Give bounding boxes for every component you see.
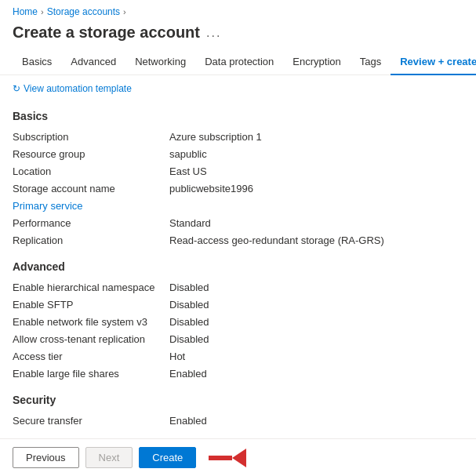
arrow-body [209, 456, 232, 460]
field-subscription: Subscription Azure subscription 1 [13, 129, 463, 146]
field-nfs: Enable network file system v3 Disabled [13, 314, 463, 331]
label-secure-transfer: Secure transfer [13, 415, 169, 427]
field-performance: Performance Standard [13, 215, 463, 232]
value-sftp: Disabled [169, 299, 463, 311]
tab-networking[interactable]: Networking [125, 49, 195, 75]
field-location: Location East US [13, 163, 463, 180]
value-resource-group: sapublic [169, 148, 463, 160]
field-secure-transfer: Secure transfer Enabled [13, 412, 463, 430]
section-security-title: Security [13, 394, 463, 406]
field-large-file-shares: Enable large file shares Enabled [13, 365, 463, 383]
tab-bar: Basics Advanced Networking Data protecti… [0, 49, 476, 75]
label-resource-group: Resource group [13, 148, 169, 160]
arrow-indicator [209, 449, 246, 467]
label-location: Location [13, 165, 169, 177]
label-sftp: Enable SFTP [13, 299, 169, 311]
label-primary-service[interactable]: Primary service [13, 200, 169, 212]
label-performance: Performance [13, 217, 169, 229]
field-cross-tenant: Allow cross-tenant replication Disabled [13, 331, 463, 348]
more-options-button[interactable]: ... [206, 26, 221, 40]
value-large-file-shares: Enabled [169, 368, 463, 380]
automation-link[interactable]: ↻ View automation template [0, 75, 476, 99]
field-sftp: Enable SFTP Disabled [13, 296, 463, 314]
section-basics-title: Basics [13, 110, 463, 122]
refresh-icon: ↻ [13, 83, 20, 94]
page-header: Create a storage account ... [0, 20, 476, 49]
value-replication: Read-access geo-redundant storage (RA-GR… [169, 234, 463, 246]
field-primary-service: Primary service [13, 198, 463, 215]
value-location: East US [169, 165, 463, 177]
section-advanced-title: Advanced [13, 260, 463, 273]
value-subscription: Azure subscription 1 [169, 131, 463, 143]
breadcrumb-storage-accounts[interactable]: Storage accounts [47, 6, 120, 17]
tab-basics[interactable]: Basics [13, 49, 61, 75]
label-hierarchical-namespace: Enable hierarchical namespace [13, 282, 169, 293]
value-hierarchical-namespace: Disabled [169, 282, 463, 293]
label-nfs: Enable network file system v3 [13, 316, 169, 328]
breadcrumb-home[interactable]: Home [13, 6, 38, 17]
value-access-tier: Hot [169, 351, 463, 362]
label-replication: Replication [13, 234, 169, 246]
tab-encryption[interactable]: Encryption [283, 49, 350, 75]
field-hierarchical-namespace: Enable hierarchical namespace Disabled [13, 279, 463, 296]
create-button[interactable]: Create [139, 447, 196, 468]
next-button[interactable]: Next [85, 447, 133, 468]
label-cross-tenant: Allow cross-tenant replication [13, 333, 169, 345]
value-account-name: publicwebsite1996 [169, 183, 463, 194]
page-title: Create a storage account [13, 24, 200, 42]
field-account-name: Storage account name publicwebsite1996 [13, 180, 463, 198]
label-subscription: Subscription [13, 131, 169, 143]
field-replication: Replication Read-access geo-redundant st… [13, 232, 463, 249]
tab-review-create[interactable]: Review + create [391, 49, 476, 75]
review-content: Basics Subscription Azure subscription 1… [0, 99, 476, 476]
label-access-tier: Access tier [13, 351, 169, 362]
field-resource-group: Resource group sapublic [13, 146, 463, 163]
arrow-head [232, 449, 246, 467]
value-performance: Standard [169, 217, 463, 229]
tab-advanced[interactable]: Advanced [61, 49, 125, 75]
footer-actions: Previous Next Create [0, 438, 476, 476]
previous-button[interactable]: Previous [13, 447, 79, 468]
label-large-file-shares: Enable large file shares [13, 368, 169, 380]
tab-tags[interactable]: Tags [351, 49, 391, 75]
label-account-name: Storage account name [13, 183, 169, 194]
breadcrumb: Home › Storage accounts › [0, 0, 476, 20]
value-nfs: Disabled [169, 316, 463, 328]
value-cross-tenant: Disabled [169, 333, 463, 345]
field-access-tier: Access tier Hot [13, 348, 463, 365]
value-secure-transfer: Enabled [169, 415, 463, 427]
tab-data-protection[interactable]: Data protection [195, 49, 283, 75]
